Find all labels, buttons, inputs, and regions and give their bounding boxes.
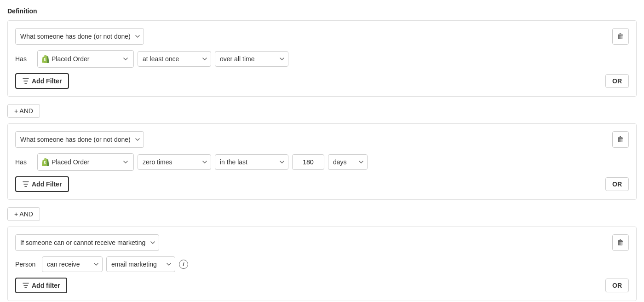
action-select-2[interactable]: Placed Order Viewed Product Added to Car… [52, 158, 130, 166]
has-label-1: Has [15, 55, 34, 63]
add-filter-label-2: Add Filter [32, 180, 62, 188]
action-select-wrapper-1: Placed Order Viewed Product Added to Car… [37, 50, 134, 68]
condition-footer-2: Add Filter OR [15, 176, 629, 192]
info-icon-3[interactable]: i [179, 260, 188, 269]
or-button-3[interactable]: OR [605, 279, 629, 292]
condition-header-1: What someone has done (or not done) Prop… [15, 28, 629, 45]
condition-footer-3: Add filter OR [15, 278, 629, 293]
delete-button-1[interactable]: 🗑 [612, 28, 629, 45]
add-filter-label-1: Add Filter [32, 77, 62, 85]
condition-block-3: If someone can or cannot receive marketi… [7, 226, 637, 301]
main-condition-select-2[interactable]: What someone has done (or not done) Prop… [15, 131, 144, 148]
condition-row-3: Person can receive cannot receive email … [15, 256, 629, 272]
unit-select-2[interactable]: days weeks months [328, 154, 368, 170]
shopify-icon-2 [41, 158, 50, 166]
condition-header-2: What someone has done (or not done) Prop… [15, 131, 629, 148]
add-filter-button-3[interactable]: Add filter [15, 278, 67, 293]
trash-icon-1: 🗑 [617, 32, 624, 41]
or-button-2[interactable]: OR [605, 177, 629, 191]
or-button-1[interactable]: OR [605, 74, 629, 88]
definition-section: Definition What someone has done (or not… [7, 7, 637, 301]
main-condition-select-3[interactable]: If someone can or cannot receive marketi… [15, 234, 159, 251]
person-label-3: Person [15, 261, 38, 268]
condition-header-3: If someone can or cannot receive marketi… [15, 234, 629, 251]
filter-icon-2 [23, 181, 29, 187]
and-divider-2: + AND [7, 203, 637, 225]
condition-block-2: What someone has done (or not done) Prop… [7, 123, 637, 200]
and-button-2[interactable]: + AND [7, 207, 40, 221]
has-label-2: Has [15, 158, 34, 166]
add-filter-button-2[interactable]: Add Filter [15, 176, 69, 192]
days-input-2[interactable] [292, 154, 324, 170]
timeframe-select-1[interactable]: over all time in the last before after b… [215, 51, 288, 67]
marketing-type-select-3[interactable]: email marketing sms marketing push notif… [106, 256, 175, 272]
and-button-1[interactable]: + AND [7, 104, 40, 118]
action-select-1[interactable]: Placed Order Viewed Product Added to Car… [52, 55, 130, 63]
action-select-wrapper-2: Placed Order Viewed Product Added to Car… [37, 153, 134, 171]
timeframe-select-2[interactable]: over all time in the last before after b… [215, 154, 288, 170]
trash-icon-3: 🗑 [617, 238, 624, 247]
condition-footer-1: Add Filter OR [15, 73, 629, 89]
add-filter-label-3: Add filter [32, 282, 60, 289]
filter-icon-3 [23, 282, 29, 289]
shopify-icon-1 [41, 55, 50, 63]
delete-button-2[interactable]: 🗑 [612, 131, 629, 148]
definition-label: Definition [7, 7, 637, 15]
trash-icon-2: 🗑 [617, 135, 624, 144]
condition-row-2: Has Placed Order Viewed Product Added to… [15, 153, 629, 171]
delete-button-3[interactable]: 🗑 [612, 234, 629, 251]
frequency-select-1[interactable]: at least once zero times exactly at leas… [138, 51, 211, 67]
filter-icon-1 [23, 78, 29, 84]
receive-select-3[interactable]: can receive cannot receive [42, 256, 103, 272]
condition-block-1: What someone has done (or not done) Prop… [7, 20, 637, 97]
frequency-select-2[interactable]: at least once zero times exactly at leas… [138, 154, 211, 170]
main-condition-select-1[interactable]: What someone has done (or not done) Prop… [15, 28, 144, 45]
add-filter-button-1[interactable]: Add Filter [15, 73, 69, 89]
condition-row-1: Has Placed Order Viewed Product Added to… [15, 50, 629, 68]
and-divider-1: + AND [7, 100, 637, 122]
